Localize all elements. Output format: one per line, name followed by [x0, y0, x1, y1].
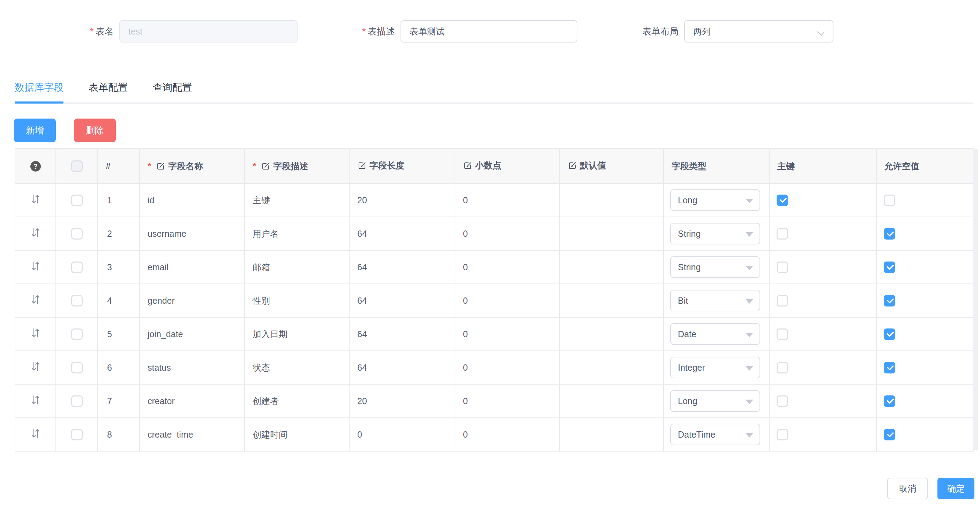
primary-key-checkbox[interactable] [776, 262, 788, 273]
edit-icon [156, 161, 165, 171]
field-decimal-cell[interactable]: 0 [455, 418, 560, 451]
field-default-cell[interactable] [560, 284, 663, 317]
field-desc-cell[interactable]: 状态 [245, 351, 349, 384]
field-decimal-cell[interactable]: 0 [455, 317, 560, 351]
field-default-cell[interactable] [560, 384, 663, 418]
field-desc-cell[interactable]: 加入日期 [245, 317, 349, 351]
field-type-select[interactable]: Long [670, 390, 760, 412]
drag-sort-icon[interactable] [30, 394, 41, 406]
field-length-cell[interactable]: 20 [349, 384, 455, 418]
tab-form-config[interactable]: 表单配置 [89, 81, 128, 103]
field-name-cell[interactable]: join_date [140, 317, 245, 351]
confirm-button[interactable]: 确定 [937, 478, 974, 499]
field-name-header: *字段名称 [140, 149, 245, 183]
row-select-cell [56, 250, 98, 284]
field-default-cell[interactable] [560, 250, 663, 284]
field-decimal-cell[interactable]: 0 [455, 183, 560, 217]
cancel-button[interactable]: 取消 [887, 478, 928, 499]
field-desc-cell[interactable]: 主键 [245, 183, 349, 217]
drag-sort-icon[interactable] [30, 294, 41, 305]
field-name-cell[interactable]: create_time [140, 418, 245, 451]
field-decimal-cell[interactable]: 0 [455, 351, 560, 384]
field-desc-cell[interactable]: 性别 [245, 284, 349, 317]
field-default-cell[interactable] [560, 418, 663, 451]
field-decimal-cell[interactable]: 0 [455, 217, 560, 250]
field-decimal-cell[interactable]: 0 [455, 284, 560, 317]
allow-null-checkbox[interactable] [884, 429, 895, 440]
edit-icon [357, 161, 367, 170]
field-desc-cell[interactable]: 用户名 [245, 217, 349, 250]
field-name-cell[interactable]: id [140, 183, 245, 217]
field-length-cell[interactable]: 64 [349, 317, 455, 351]
primary-key-checkbox[interactable] [776, 396, 788, 407]
drag-cell [15, 250, 56, 284]
drag-sort-icon[interactable] [30, 361, 41, 372]
field-default-cell[interactable] [560, 317, 663, 351]
allow-null-checkbox[interactable] [884, 329, 895, 340]
primary-key-checkbox[interactable] [776, 195, 788, 206]
field-name-cell[interactable]: email [140, 250, 245, 284]
allow-null-checkbox[interactable] [884, 262, 895, 273]
row-checkbox[interactable] [71, 329, 83, 340]
allow-null-checkbox[interactable] [884, 195, 895, 206]
field-type-select[interactable]: String [670, 256, 760, 278]
field-length-cell[interactable]: 20 [349, 183, 455, 217]
row-checkbox[interactable] [71, 228, 83, 240]
field-type-select[interactable]: Date [670, 323, 760, 345]
row-checkbox[interactable] [71, 295, 83, 307]
field-desc-cell[interactable]: 创建者 [245, 384, 349, 418]
field-name-cell[interactable]: username [140, 217, 245, 250]
add-button[interactable]: 新增 [14, 119, 56, 142]
field-length-cell[interactable]: 0 [349, 418, 455, 451]
allow-null-checkbox[interactable] [884, 362, 895, 373]
delete-button[interactable]: 删除 [74, 119, 116, 142]
primary-key-checkbox[interactable] [776, 329, 788, 340]
drag-sort-icon[interactable] [30, 193, 41, 205]
field-length-cell[interactable]: 64 [349, 284, 455, 317]
field-name-cell[interactable]: gender [140, 284, 245, 317]
field-default-cell[interactable] [560, 351, 663, 384]
drag-sort-icon[interactable] [30, 227, 41, 238]
field-type-select[interactable]: Integer [670, 357, 760, 378]
field-type-value: Date [678, 329, 696, 339]
field-desc-cell[interactable]: 邮箱 [245, 250, 349, 284]
field-length-cell[interactable]: 64 [349, 250, 455, 284]
select-all-checkbox[interactable] [71, 161, 83, 172]
field-decimal-cell[interactable]: 0 [455, 250, 560, 284]
tab-database-fields[interactable]: 数据库字段 [15, 81, 64, 103]
allow-null-checkbox[interactable] [884, 228, 895, 240]
row-checkbox[interactable] [71, 195, 83, 206]
drag-sort-icon[interactable] [30, 327, 41, 339]
field-decimal-cell[interactable]: 0 [455, 384, 560, 418]
row-checkbox[interactable] [71, 362, 83, 373]
field-name-cell[interactable]: creator [140, 384, 245, 418]
row-checkbox[interactable] [71, 262, 83, 273]
field-type-select[interactable]: Long [670, 189, 760, 211]
primary-key-checkbox[interactable] [776, 429, 788, 440]
field-name-cell[interactable]: status [140, 351, 245, 384]
row-checkbox[interactable] [71, 396, 83, 407]
help-icon[interactable]: ? [30, 161, 41, 172]
field-default-cell[interactable] [560, 183, 663, 217]
drag-sort-icon[interactable] [30, 260, 41, 272]
table-name-input[interactable]: test [119, 20, 298, 43]
table-desc-input[interactable]: 表单测试 [401, 20, 578, 43]
field-type-select[interactable]: Bit [670, 290, 760, 312]
primary-key-checkbox[interactable] [776, 362, 788, 373]
allow-null-checkbox[interactable] [884, 396, 895, 407]
field-default-cell[interactable] [560, 217, 663, 250]
row-checkbox[interactable] [71, 429, 83, 440]
field-length-cell[interactable]: 64 [349, 217, 455, 250]
tab-query-config[interactable]: 查询配置 [153, 81, 192, 103]
field-type-select[interactable]: String [670, 223, 760, 245]
field-length-cell[interactable]: 64 [349, 351, 455, 384]
drag-cell [15, 183, 56, 217]
primary-key-checkbox[interactable] [776, 228, 788, 240]
table-scrollbar-gutter[interactable] [974, 149, 978, 450]
allow-null-checkbox[interactable] [884, 295, 895, 307]
form-layout-select[interactable]: 两列 [684, 20, 834, 43]
field-type-select[interactable]: DateTime [670, 424, 760, 445]
field-desc-cell[interactable]: 创建时间 [245, 418, 349, 451]
primary-key-checkbox[interactable] [776, 295, 788, 307]
drag-sort-icon[interactable] [30, 428, 41, 439]
